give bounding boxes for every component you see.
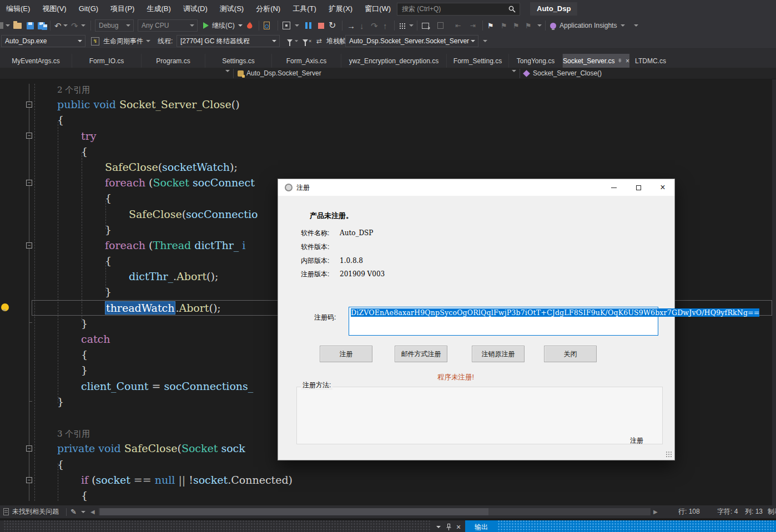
menu-edit[interactable]: 编辑(E) (0, 0, 36, 18)
member-dropdown[interactable]: Socket_Server_Close() (533, 69, 602, 77)
solution-platform-select[interactable]: Any CPU (138, 19, 198, 32)
diagnostic-dropdown-icon[interactable] (409, 18, 414, 33)
save-all-icon[interactable] (38, 18, 47, 33)
register-button[interactable]: 注册 (320, 346, 372, 362)
panel-close-icon[interactable]: × (456, 520, 461, 532)
menu-git[interactable]: Git(G) (73, 0, 104, 18)
stop-icon[interactable] (318, 18, 324, 33)
toggle-bookmark-icon[interactable]: ⚑ (487, 18, 494, 33)
toolbar-overflow-icon[interactable] (295, 18, 299, 33)
menu-test[interactable]: 测试(S) (214, 0, 250, 18)
fix-issues-dropdown-icon[interactable] (81, 505, 85, 518)
code-line[interactable]: 2 个引用 (32, 81, 772, 97)
menu-extensions[interactable]: 扩展(X) (323, 0, 359, 18)
menu-window[interactable]: 窗口(W) (359, 0, 397, 18)
show-next-statement-icon[interactable]: → (347, 18, 355, 33)
increase-indent-icon[interactable]: ⇥ (470, 18, 476, 33)
target-window-icon[interactable] (283, 18, 290, 33)
toolbar-overflow-icon[interactable] (634, 18, 638, 33)
pause-icon[interactable] (305, 18, 311, 33)
code-line[interactable]: { (32, 144, 772, 159)
tab-form-axis[interactable]: Form_Axis.cs (272, 54, 341, 68)
scroll-left-icon[interactable]: ◀ (90, 505, 95, 518)
dialog-close-button[interactable]: × (651, 179, 675, 196)
tab-myeventargs[interactable]: MyEventArgs.cs (0, 54, 72, 68)
menu-view[interactable]: 视图(V) (36, 0, 72, 18)
open-file-icon[interactable] (13, 18, 22, 33)
unregister-button[interactable]: 注销原注册 (472, 346, 525, 362)
solution-config-select[interactable]: Debug (95, 19, 134, 32)
clear-bookmarks-icon[interactable]: ⚑ (525, 18, 532, 33)
panel-dropdown-icon[interactable] (436, 520, 441, 532)
pin-icon[interactable] (618, 58, 622, 64)
menu-build[interactable]: 生成(B) (140, 0, 177, 18)
tab-program[interactable]: Program.cs (142, 54, 205, 68)
prev-bookmark-icon[interactable]: ⚑ (501, 18, 507, 33)
panel-drag-grip[interactable] (3, 520, 431, 532)
continue-button[interactable]: 继续(C) (203, 18, 243, 33)
code-line[interactable]: SafeClose(socketWatch); (32, 159, 772, 175)
dialog-minimize-button[interactable] (602, 179, 626, 196)
menu-project[interactable]: 项目(P) (104, 0, 140, 18)
filter-threads-icon[interactable] (287, 33, 299, 49)
lifecycle-events-button[interactable]: 生命周期事件 (103, 33, 150, 49)
register-by-email-button[interactable]: 邮件方式注册 (395, 346, 447, 362)
undo-dropdown-icon[interactable] (63, 18, 68, 33)
next-bookmark-icon[interactable]: ⚑ (513, 18, 520, 33)
copy-parent-icon[interactable] (437, 18, 444, 33)
dialog-maximize-button[interactable] (626, 179, 651, 196)
code-line[interactable]: if (socket == null || !socket.Connected) (32, 472, 772, 488)
tab-settings[interactable]: Settings.cs (205, 54, 272, 68)
code-line[interactable]: public void Socket_Server_Close() (32, 97, 772, 112)
quick-search-input[interactable]: 搜索 (Ctrl+Q) (397, 3, 520, 16)
fix-issues-icon[interactable]: ✎ (70, 505, 77, 518)
code-line[interactable]: try (32, 128, 772, 144)
reset-filter-icon[interactable]: × (303, 33, 311, 49)
panel-pin-icon[interactable] (446, 520, 451, 532)
new-item-dropdown-icon[interactable] (6, 18, 10, 33)
reg-code-textbox[interactable]: DiZVOEnAe8axarH9QnpSycoOgORlQqlFwjP3b7iO… (349, 307, 658, 336)
tab-tongyong[interactable]: TongYong.cs (509, 54, 563, 68)
solution-name-badge[interactable]: Auto_Dsp (530, 2, 577, 16)
step-over-icon[interactable]: ↷ (371, 18, 378, 33)
hot-reload-icon[interactable] (246, 18, 253, 33)
menu-tools[interactable]: 工具(T) (286, 0, 323, 18)
redo-dropdown-icon[interactable] (81, 18, 85, 33)
step-out-icon[interactable]: ↑ (383, 18, 387, 33)
scrollbar-thumb[interactable] (100, 508, 488, 515)
process-select[interactable]: Auto_Dsp.exe (1, 35, 85, 47)
toggle-flagged-icon[interactable]: ⇄ (316, 33, 322, 49)
horizontal-scrollbar[interactable] (99, 508, 651, 515)
tab-ltdmc[interactable]: LTDMC.cs (631, 54, 671, 68)
scroll-right-icon[interactable]: ▶ (653, 505, 658, 518)
navigate-cursor-icon[interactable] (422, 18, 429, 33)
menu-debug[interactable]: 调试(D) (177, 0, 214, 18)
restart-icon[interactable]: ↻ (329, 18, 336, 33)
close-tab-icon[interactable]: × (626, 58, 629, 64)
tab-socket-server-active[interactable]: Socket_Server.cs × (563, 54, 629, 68)
stack-frame-select[interactable]: Auto_Dsp.Socket_Server.Socket_Server (345, 35, 478, 47)
clipboard-search-icon[interactable] (264, 18, 270, 33)
output-window-titlebar[interactable]: 输出 (465, 520, 776, 532)
menu-analyze[interactable]: 分析(N) (250, 0, 286, 18)
dialog-resize-grip[interactable] (666, 451, 672, 458)
editor-vertical-scrollbar[interactable] (772, 79, 776, 505)
app-insights-button[interactable]: Application Insights (560, 18, 625, 33)
close-button[interactable]: 关闭 (544, 346, 597, 362)
undo-icon[interactable]: ↶ (54, 18, 62, 33)
debugbar-overflow-icon[interactable] (483, 33, 487, 49)
thread-select[interactable]: [27704] GC 终结器线程 (177, 35, 280, 47)
tab-form-setting[interactable]: Form_Setting.cs (447, 54, 509, 68)
document-health-indicator[interactable]: 未找到相关问题 (3, 505, 59, 518)
tab-form-io[interactable]: Form_IO.cs (72, 54, 142, 68)
redo-icon[interactable]: ↷ (71, 18, 78, 33)
code-line[interactable]: { (32, 112, 772, 128)
type-dropdown[interactable]: Auto_Dsp.Socket_Server (246, 69, 321, 77)
bookmark-dropdown-icon[interactable] (537, 18, 542, 33)
diagnostic-tools-icon[interactable] (399, 18, 405, 33)
save-icon[interactable] (27, 18, 34, 33)
lifecycle-events-icon[interactable]: ↯ (91, 33, 99, 49)
decrease-indent-icon[interactable]: ⇤ (455, 18, 461, 33)
step-into-icon[interactable]: ↓ (360, 18, 364, 33)
code-line[interactable]: { (32, 488, 772, 503)
